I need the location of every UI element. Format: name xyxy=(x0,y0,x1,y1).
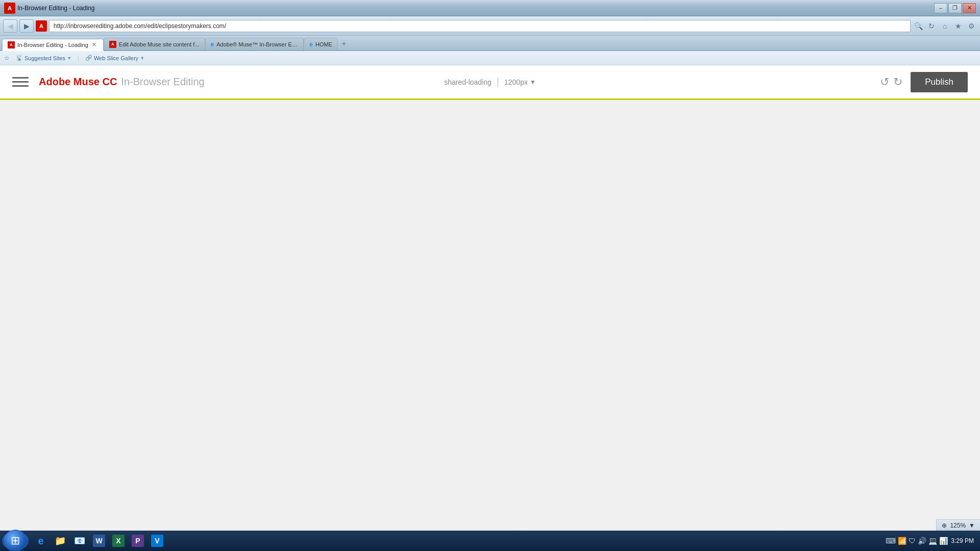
title-bar-left: A In-Browser Editing - Loading xyxy=(4,3,94,14)
minimize-button[interactable]: − xyxy=(934,3,947,13)
folder-icon: 📁 xyxy=(54,535,66,547)
word-icon: W xyxy=(93,535,105,547)
extra-app-icon: P xyxy=(132,535,144,547)
main-content xyxy=(0,100,980,529)
tab-1-label: Edit Adobe Muse site content f... xyxy=(119,41,200,47)
zoom-indicator: ⊕ 125% ▼ xyxy=(936,519,980,531)
taskbar-right: ⌨ 📶 🛡 🔊 💻 📊 3:29 PM xyxy=(886,537,978,545)
undo-button[interactable]: ↺ xyxy=(880,76,889,89)
favorites-bar: ☆ 📡 Suggested Sites ▼ | 🔗 Web Slice Gall… xyxy=(0,51,980,65)
app-logo: Adobe Muse CC In-Browser Editing xyxy=(39,76,205,88)
app-toolbar: Adobe Muse CC In-Browser Editing shared-… xyxy=(0,65,980,100)
size-dropdown-icon: ▼ xyxy=(530,79,536,86)
address-input[interactable] xyxy=(49,20,911,32)
clock: 3:29 PM xyxy=(951,537,974,544)
keyboard-icon: ⌨ xyxy=(886,537,896,545)
taskbar-explorer-button[interactable]: 📁 xyxy=(51,533,69,549)
zoom-arrow-icon: ▼ xyxy=(969,522,975,529)
favorites-divider: | xyxy=(78,55,79,61)
page-name-label: shared-loading xyxy=(444,78,492,86)
toolbar-center: shared-loading | 1200px ▼ xyxy=(444,76,536,88)
taskbar-extra-button[interactable]: P xyxy=(129,533,147,549)
suggested-sites-label: Suggested Sites xyxy=(24,55,65,61)
suggested-sites-item[interactable]: 📡 Suggested Sites ▼ xyxy=(16,55,71,61)
tab-3-icon: e xyxy=(309,41,313,48)
signal-icon: 📊 xyxy=(939,537,948,545)
size-value-label: 1200px xyxy=(504,78,528,86)
web-slice-label: Web Slice Gallery xyxy=(94,55,138,61)
taskbar-excel-button[interactable]: X xyxy=(109,533,128,549)
start-button[interactable]: ⊞ xyxy=(2,532,29,550)
back-button[interactable]: ◀ xyxy=(3,19,17,33)
new-tab-button[interactable]: + xyxy=(339,39,349,49)
tab-1-icon: A xyxy=(109,41,116,48)
size-selector[interactable]: 1200px ▼ xyxy=(504,78,536,86)
tab-0-label: In-Browser Editing - Loading xyxy=(17,42,88,48)
excel-icon: X xyxy=(112,535,125,547)
forward-button[interactable]: ▶ xyxy=(19,19,34,33)
settings-icon[interactable]: ⚙ xyxy=(966,20,977,32)
hamburger-line-3 xyxy=(12,85,29,87)
browser-logo-icon: A xyxy=(36,20,47,32)
restore-button[interactable]: ❐ xyxy=(948,3,962,13)
favorites-star-icon: ☆ xyxy=(4,55,10,62)
tab-1[interactable]: A Edit Adobe Muse site content f... xyxy=(104,38,205,50)
tab-2[interactable]: e Adobe® Muse™ In-Browser Ed... xyxy=(205,38,304,50)
tab-3-label: HOME xyxy=(315,41,332,47)
publish-button[interactable]: Publish xyxy=(911,72,968,92)
volume-icon: 🔊 xyxy=(918,537,926,545)
suggested-sites-arrow: ▼ xyxy=(67,56,71,61)
suggested-sites-icon: 📡 xyxy=(16,55,23,61)
search-icon[interactable]: 🔍 xyxy=(913,20,924,32)
taskbar-outlook-button[interactable]: 📧 xyxy=(70,533,89,549)
web-slice-arrow: ▼ xyxy=(140,56,144,61)
hamburger-line-1 xyxy=(12,77,29,79)
tab-0[interactable]: A In-Browser Editing - Loading ✕ xyxy=(2,39,104,51)
window-controls: − ❐ ✕ xyxy=(934,3,976,13)
app7-icon: V xyxy=(151,535,163,547)
system-tray-icons: ⌨ 📶 🛡 🔊 💻 📊 xyxy=(886,537,948,545)
address-bar: ◀ ▶ A 🔍 ↻ ⌂ ★ ⚙ xyxy=(0,16,980,36)
taskbar-word-button[interactable]: W xyxy=(90,533,108,549)
start-orb-icon: ⊞ xyxy=(4,530,27,551)
close-button[interactable]: ✕ xyxy=(963,3,976,13)
zoom-icon: ⊕ xyxy=(942,522,947,529)
web-slice-gallery-item[interactable]: 🔗 Web Slice Gallery ▼ xyxy=(85,55,144,61)
title-bar: A In-Browser Editing - Loading − ❐ ✕ xyxy=(0,0,980,16)
menu-button[interactable] xyxy=(12,74,29,90)
logo-inbrowser-text: In-Browser Editing xyxy=(121,76,204,88)
window-title: In-Browser Editing - Loading xyxy=(17,5,94,12)
tabs-bar: A In-Browser Editing - Loading ✕ A Edit … xyxy=(0,36,980,51)
toolbar-right: ↺ ↻ Publish xyxy=(880,72,968,92)
undo-redo-controls: ↺ ↻ xyxy=(880,76,902,89)
logo-adobe-text: Adobe Muse CC xyxy=(39,76,117,88)
tab-2-label: Adobe® Muse™ In-Browser Ed... xyxy=(216,41,298,47)
tab-0-close[interactable]: ✕ xyxy=(91,41,98,48)
connection-icon: 💻 xyxy=(928,537,937,545)
zoom-value: 125% xyxy=(950,522,966,529)
tab-0-icon: A xyxy=(8,41,15,48)
taskbar-app7-button[interactable]: V xyxy=(148,533,166,549)
tab-3[interactable]: e HOME xyxy=(304,38,338,50)
network-icon: 📶 xyxy=(898,537,906,545)
favorites-icon[interactable]: ★ xyxy=(952,20,964,32)
refresh-icon[interactable]: ↻ xyxy=(926,20,937,32)
toolbar-divider: | xyxy=(497,76,499,88)
redo-button[interactable]: ↻ xyxy=(893,76,902,89)
adobe-logo-icon: A xyxy=(4,3,15,14)
outlook-icon: 📧 xyxy=(74,535,86,547)
ie-icon: e xyxy=(35,535,47,547)
web-slice-icon: 🔗 xyxy=(85,55,92,61)
hamburger-line-2 xyxy=(12,81,29,83)
taskbar: ⊞ e 📁 📧 W X P V ⌨ 📶 🛡 🔊 💻 📊 3:29 PM xyxy=(0,531,980,551)
home-icon[interactable]: ⌂ xyxy=(939,20,950,32)
tab-2-icon: e xyxy=(211,41,214,48)
security-icon: 🛡 xyxy=(909,537,916,545)
taskbar-ie-button[interactable]: e xyxy=(32,533,50,549)
address-right-icons: 🔍 ↻ ⌂ ★ ⚙ xyxy=(913,20,977,32)
